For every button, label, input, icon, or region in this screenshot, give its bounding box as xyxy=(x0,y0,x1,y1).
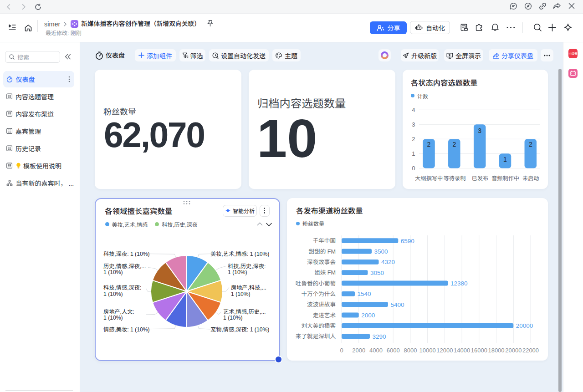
svg-text:2: 2 xyxy=(452,141,456,148)
svg-text:千年中国: 千年中国 xyxy=(313,238,336,244)
svg-text:0: 0 xyxy=(340,347,343,354)
svg-text:2: 2 xyxy=(427,141,431,148)
svg-text:已发布: 已发布 xyxy=(472,175,489,182)
svg-text:美妆,艺术,情感: 1 (10%): 美妆,艺术,情感: 1 (10%) xyxy=(210,251,269,257)
svg-text:3: 3 xyxy=(478,127,481,134)
svg-text:1 (10%): 1 (10%) xyxy=(103,269,123,275)
svg-text:吐鲁番的小葡萄: 吐鲁番的小葡萄 xyxy=(296,280,336,287)
svg-text:3050: 3050 xyxy=(370,270,384,276)
svg-text:1: 1 xyxy=(503,156,507,163)
svg-text:18000: 18000 xyxy=(488,347,504,354)
svg-text:5400: 5400 xyxy=(390,301,404,308)
svg-text:1: 1 xyxy=(412,150,415,157)
svg-text:1 (10%): 1 (10%) xyxy=(223,315,243,321)
svg-text:2: 2 xyxy=(412,136,415,143)
svg-text:波波讲故事: 波波讲故事 xyxy=(307,301,336,308)
svg-text:艺术,情感,历史,...: 艺术,情感,历史,... xyxy=(223,309,266,315)
svg-text:房地产,科技,...: 房地产,科技,... xyxy=(231,285,266,291)
svg-text:12380: 12380 xyxy=(450,280,468,287)
svg-text:6590: 6590 xyxy=(401,238,414,244)
svg-text:深夜故事会: 深夜故事会 xyxy=(307,259,336,265)
svg-text:20000: 20000 xyxy=(505,347,522,354)
svg-text:刘大美的播客: 刘大美的播客 xyxy=(301,323,336,329)
svg-text:4000: 4000 xyxy=(369,347,383,354)
svg-text:走进艺术: 走进艺术 xyxy=(313,312,336,319)
svg-text:3: 3 xyxy=(412,121,415,128)
svg-text:4320: 4320 xyxy=(381,259,395,265)
svg-text:2000: 2000 xyxy=(352,347,365,354)
svg-text:6000: 6000 xyxy=(387,347,400,354)
svg-text:2: 2 xyxy=(529,141,532,148)
svg-text:1 (10%): 1 (10%) xyxy=(231,291,251,297)
svg-text:姐妹 FM: 姐妹 FM xyxy=(314,270,336,276)
svg-text:4: 4 xyxy=(412,107,415,113)
svg-text:3290: 3290 xyxy=(373,333,386,340)
svg-text:20000: 20000 xyxy=(516,322,533,329)
svg-text:大纲撰写中: 大纲撰写中 xyxy=(415,175,443,182)
svg-text:0: 0 xyxy=(412,165,415,172)
svg-text:1540: 1540 xyxy=(358,290,371,297)
svg-text:8000: 8000 xyxy=(404,347,417,354)
svg-text:来了就是深圳人: 来了就是深圳人 xyxy=(296,333,336,340)
svg-text:1 (10%): 1 (10%) xyxy=(103,315,123,321)
svg-text:情感,美妆: 1 (10%): 情感,美妆: 1 (10%) xyxy=(103,326,150,333)
svg-text:16000: 16000 xyxy=(471,347,487,354)
svg-text:宠物,情感,深夜: 1 (10%): 宠物,情感,深夜: 1 (10%) xyxy=(210,326,269,333)
svg-text:10000: 10000 xyxy=(419,347,436,354)
svg-text:22000: 22000 xyxy=(522,347,539,354)
svg-text:科技,情感,深夜:: 科技,情感,深夜: xyxy=(103,285,141,291)
svg-text:12000: 12000 xyxy=(436,347,453,354)
svg-text:14000: 14000 xyxy=(454,347,470,354)
svg-text:十万个为什么: 十万个为什么 xyxy=(301,291,336,297)
svg-text:甜甜的 FM: 甜甜的 FM xyxy=(309,249,336,255)
svg-text:2000: 2000 xyxy=(361,312,375,319)
svg-text:等待录制: 等待录制 xyxy=(444,175,466,182)
svg-text:音频制作中: 音频制作中 xyxy=(491,175,519,182)
svg-text:房地产,人文:: 房地产,人文: xyxy=(103,309,134,315)
svg-text:未启动: 未启动 xyxy=(522,175,539,182)
svg-text:3500: 3500 xyxy=(374,248,388,255)
svg-text:科技,深夜: 1 (10%): 科技,深夜: 1 (10%) xyxy=(103,251,150,257)
svg-text:1 (10%): 1 (10%) xyxy=(103,291,123,297)
svg-text:1 (10%): 1 (10%) xyxy=(228,269,247,275)
